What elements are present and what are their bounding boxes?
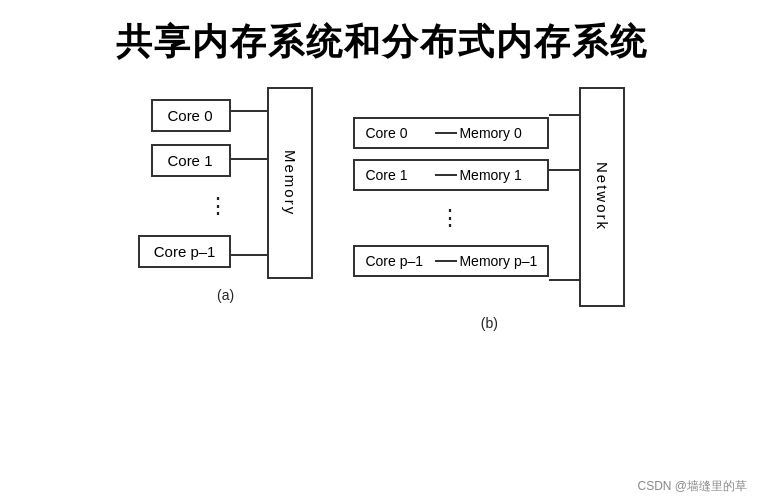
nodes-col-b: Core 0 Memory 0 Core 1 Memory 1 ⋮ Core p… bbox=[353, 117, 549, 277]
hline-a-p bbox=[231, 254, 267, 256]
hline-a-0 bbox=[231, 110, 267, 112]
node-box-p: Core p–1 Memory p–1 bbox=[353, 245, 549, 277]
core-box-0-a: Core 0 bbox=[151, 99, 231, 132]
hline-a-dots bbox=[231, 206, 267, 208]
node-memory-0: Memory 0 bbox=[459, 125, 527, 141]
cores-col-a: Core 0 Core 1 ⋮ Core p–1 bbox=[138, 99, 232, 268]
hline-a-1 bbox=[231, 158, 267, 160]
hline-b-0 bbox=[549, 114, 579, 116]
dots-a: ⋮ bbox=[207, 189, 231, 223]
node-memory-1: Memory 1 bbox=[459, 167, 527, 183]
node-core-0: Core 0 bbox=[365, 125, 433, 141]
node-core-p: Core p–1 bbox=[365, 253, 433, 269]
node-arrow-1 bbox=[435, 174, 457, 176]
core-box-p-a: Core p–1 bbox=[138, 235, 232, 268]
label-b: (b) bbox=[481, 315, 498, 331]
node-box-0: Core 0 Memory 0 bbox=[353, 117, 549, 149]
diagram-b: Core 0 Memory 0 Core 1 Memory 1 ⋮ Core p… bbox=[353, 87, 625, 331]
hline-b-1 bbox=[549, 169, 579, 171]
node-core-1: Core 1 bbox=[365, 167, 433, 183]
watermark: CSDN @墙缝里的草 bbox=[637, 478, 747, 495]
core-box-1-a: Core 1 bbox=[151, 144, 231, 177]
connectors-a bbox=[231, 87, 267, 279]
hline-b-p bbox=[549, 279, 579, 281]
node-arrow-p bbox=[435, 260, 457, 262]
page-title: 共享内存系统和分布式内存系统 bbox=[0, 0, 763, 77]
connectors-b bbox=[549, 87, 579, 307]
label-a: (a) bbox=[217, 287, 234, 303]
memory-block-a: Memory bbox=[267, 87, 313, 279]
node-memory-p: Memory p–1 bbox=[459, 253, 537, 269]
hline-b-dots bbox=[549, 224, 579, 226]
node-arrow-0 bbox=[435, 132, 457, 134]
diagram-a: Core 0 Core 1 ⋮ Core p–1 Memory (a) bbox=[138, 87, 314, 303]
node-box-1: Core 1 Memory 1 bbox=[353, 159, 549, 191]
network-block: Network bbox=[579, 87, 625, 307]
dots-b: ⋮ bbox=[353, 201, 549, 235]
